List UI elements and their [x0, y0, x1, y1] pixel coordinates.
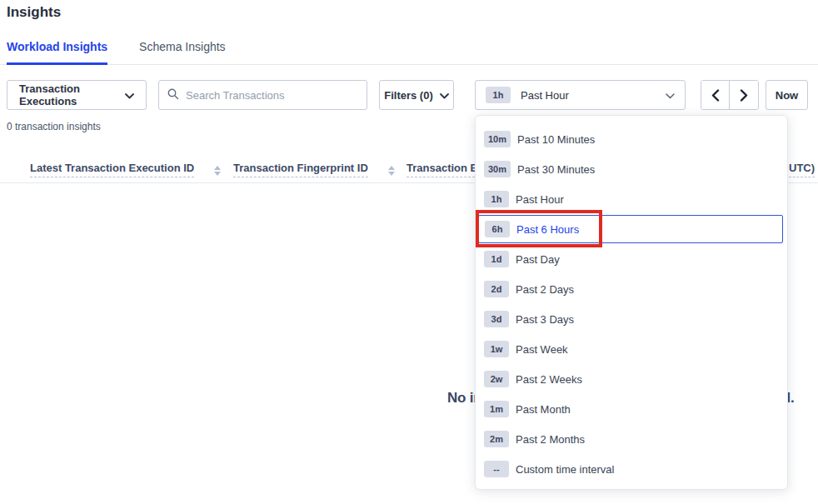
column-header-label[interactable]: Latest Transaction Execution ID — [30, 162, 194, 177]
time-option-badge: 6h — [485, 221, 510, 237]
insights-count: 0 transaction insights — [7, 121, 101, 132]
time-option-past-10-minutes[interactable]: 10mPast 10 Minutes — [476, 124, 787, 154]
time-option-label: Past 2 Months — [516, 433, 585, 446]
time-option-badge: 3d — [484, 311, 509, 327]
column-header: Transaction Ex — [407, 160, 483, 175]
time-option-label: Custom time interval — [516, 463, 614, 476]
entity-type-label: Transaction Executions — [19, 82, 125, 107]
sort-icon[interactable] — [388, 166, 395, 176]
time-range-dropdown[interactable]: 1h Past Hour — [475, 80, 686, 110]
time-option-badge: -- — [484, 461, 509, 477]
toolbar: Transaction Executions Filters (0) 1h Pa… — [7, 80, 811, 110]
time-option-badge: 10m — [484, 131, 511, 147]
search-input[interactable] — [186, 89, 358, 102]
time-option-past-day[interactable]: 1dPast Day — [476, 244, 787, 274]
time-option-label: Past 2 Weeks — [516, 373, 582, 386]
page-title: Insights — [7, 4, 61, 21]
column-header: UTC) — [789, 160, 815, 175]
column-header: Latest Transaction Execution ID — [30, 160, 221, 176]
time-option-label: Past Hour — [516, 193, 564, 206]
time-option-badge: 2w — [484, 371, 509, 387]
time-option-badge: 1h — [484, 191, 509, 207]
time-option-label: Past 3 Days — [516, 313, 574, 326]
filters-label: Filters (0) — [384, 89, 433, 102]
prev-interval-button[interactable] — [701, 81, 730, 109]
time-option-badge: 1m — [484, 401, 509, 417]
time-range-label: Past Hour — [521, 89, 569, 102]
time-option-badge: 1w — [484, 341, 509, 357]
time-option-label: Past Week — [516, 343, 568, 356]
time-option-past-6-hours[interactable]: 6hPast 6 Hours — [478, 215, 783, 243]
search-box[interactable] — [158, 80, 367, 110]
entity-type-dropdown[interactable]: Transaction Executions — [7, 80, 147, 110]
now-button[interactable]: Now — [766, 80, 808, 110]
time-option-badge: 1d — [484, 251, 509, 267]
time-option-badge: 2d — [484, 281, 509, 297]
time-option-past-3-days[interactable]: 3dPast 3 Days — [476, 304, 787, 334]
time-step-buttons — [701, 80, 759, 110]
time-option-label: Past 10 Minutes — [517, 133, 595, 146]
column-header: Transaction Fingerprint ID — [233, 160, 395, 176]
time-option-past-month[interactable]: 1mPast Month — [476, 394, 787, 424]
tab-bar: Workload Insights Schema Insights — [7, 40, 226, 65]
column-header-label[interactable]: Transaction Fingerprint ID — [233, 162, 368, 177]
time-option-label: Past Month — [516, 403, 571, 416]
time-option-past-2-months[interactable]: 2mPast 2 Months — [476, 424, 787, 454]
column-header-label: UTC) — [789, 162, 815, 177]
time-option-label: Past 6 Hours — [516, 223, 579, 236]
tab-schema-insights[interactable]: Schema Insights — [139, 40, 226, 65]
next-interval-button[interactable] — [730, 81, 758, 109]
chevron-down-icon — [440, 89, 449, 102]
time-option-label: Past 2 Days — [516, 283, 574, 296]
time-option-custom-time-interval[interactable]: --Custom time interval — [476, 454, 787, 484]
time-option-badge: 2m — [484, 431, 509, 447]
chevron-down-icon — [666, 89, 675, 102]
time-option-badge: 30m — [484, 161, 511, 177]
column-header-label: Transaction Ex — [407, 162, 483, 177]
time-option-past-2-weeks[interactable]: 2wPast 2 Weeks — [476, 364, 787, 394]
search-icon — [167, 88, 179, 102]
sort-icon[interactable] — [214, 166, 221, 176]
time-option-label: Past 30 Minutes — [517, 163, 595, 176]
time-option-past-week[interactable]: 1wPast Week — [476, 334, 787, 364]
time-range-badge: 1h — [486, 87, 511, 103]
tab-workload-insights[interactable]: Workload Insights — [7, 40, 107, 65]
time-option-label: Past Day — [516, 253, 560, 266]
time-option-past-30-minutes[interactable]: 30mPast 30 Minutes — [476, 154, 787, 184]
time-option-past-hour[interactable]: 1hPast Hour — [476, 184, 787, 214]
time-option-past-2-days[interactable]: 2dPast 2 Days — [476, 274, 787, 304]
chevron-down-icon — [125, 89, 134, 102]
time-range-menu: 10mPast 10 Minutes30mPast 30 Minutes1hPa… — [475, 115, 788, 490]
filters-button[interactable]: Filters (0) — [379, 80, 454, 110]
